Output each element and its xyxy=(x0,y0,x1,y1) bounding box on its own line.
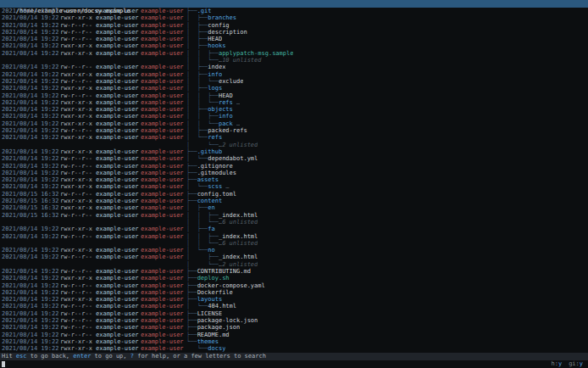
entry-name[interactable]: Dockerfile xyxy=(197,289,233,296)
entry-name[interactable]: config.toml xyxy=(197,191,236,198)
entry-name[interactable]: applypatch-msg.sample xyxy=(219,50,294,57)
entry-name[interactable]: 404.html xyxy=(208,303,236,309)
entry-name[interactable]: _index.html xyxy=(219,212,258,219)
entry-name[interactable]: objects xyxy=(208,106,233,113)
entry-name[interactable]: exclude xyxy=(219,78,244,85)
tree-row[interactable]: │ │ └──…6 unlisted xyxy=(0,219,588,226)
entry-name[interactable]: HEAD xyxy=(219,92,233,99)
tree-row[interactable]: 2021/08/14 19:22rwxr-xr-xexample-userexa… xyxy=(0,247,588,254)
entry-name[interactable]: description xyxy=(208,29,247,36)
tree-row[interactable]: 2021/08/14 19:22rwxr-xr-xexample-userexa… xyxy=(0,42,588,49)
entry-name[interactable]: _index.html xyxy=(219,254,258,260)
entry-name[interactable]: …2 unlisted xyxy=(219,142,258,148)
tree-row[interactable]: 2021/08/15 16:32rw-r--r--example-userexa… xyxy=(0,191,588,198)
entry-name[interactable]: themes xyxy=(197,338,219,345)
tree-row[interactable]: 2021/08/14 19:22rw-r--r--example-userexa… xyxy=(0,170,588,176)
entry-name[interactable]: config xyxy=(208,22,229,29)
entry-name[interactable]: scss xyxy=(208,183,222,190)
entry-name[interactable]: dependabot.yml xyxy=(208,155,258,162)
tree-row[interactable]: 2021/08/14 19:22rw-r--r--example-userexa… xyxy=(0,92,588,99)
tree-row[interactable]: 2021/08/14 19:22rw-r--r--example-userexa… xyxy=(0,29,588,36)
tree-row[interactable]: 2021/08/14 19:22rw-r--r--example-userexa… xyxy=(0,254,588,260)
entry-name[interactable]: refs xyxy=(219,99,233,106)
tree-row[interactable]: 2021/08/14 19:22rw-r--r--example-userexa… xyxy=(0,310,588,317)
entry-name[interactable]: README.md xyxy=(197,332,230,338)
tree-row[interactable]: 2021/08/14 19:22rwxr-xr-xexample-userexa… xyxy=(0,8,588,14)
tree-row[interactable]: │ └──…2 unlisted xyxy=(0,142,588,148)
entry-name[interactable]: HEAD xyxy=(208,36,222,42)
tree-row[interactable]: 2021/08/14 19:22rwxr-xr-xexample-userexa… xyxy=(0,275,588,282)
entry-name[interactable]: info xyxy=(208,71,222,78)
tree-row[interactable]: 2021/08/14 19:22rwxr-xr-xexample-userexa… xyxy=(0,71,588,78)
entry-name[interactable]: .gitmodules xyxy=(197,170,236,176)
entry-name[interactable]: logs xyxy=(208,85,222,92)
entry-name[interactable]: content xyxy=(197,198,223,204)
tree-row[interactable]: 2021/08/14 19:22rw-r--r--example-userexa… xyxy=(0,268,588,275)
tree-row[interactable]: 2021/08/14 19:22rwxr-xr-xexample-userexa… xyxy=(0,134,588,141)
entry-name[interactable]: assets xyxy=(197,176,219,183)
entry-name[interactable]: pack xyxy=(219,120,233,127)
entry-name[interactable]: _index.html xyxy=(219,233,258,240)
tree-row[interactable]: 2021/08/14 19:22rwxr-xr-xexample-userexa… xyxy=(0,99,588,106)
flag-h[interactable]: h:y xyxy=(551,360,562,367)
tree-row[interactable]: 2021/08/14 19:22rw-r--r--example-userexa… xyxy=(0,78,588,85)
entry-name[interactable]: docker-compose.yaml xyxy=(197,282,265,289)
entry-name[interactable]: no xyxy=(208,247,214,254)
flag-gi[interactable]: gi:y xyxy=(569,360,583,367)
tree-row[interactable]: 2021/08/14 19:22rwxr-xr-xexample-userexa… xyxy=(0,120,588,127)
tree-row[interactable]: 2021/08/14 19:22rwxr-xr-xexample-userexa… xyxy=(0,85,588,92)
tree-row[interactable]: 2021/08/14 19:22rwxr-xr-xexample-userexa… xyxy=(0,296,588,303)
tree-row[interactable]: 2021/08/14 19:22rwxr-xr-xexample-userexa… xyxy=(0,183,588,190)
entry-name[interactable]: …6 unlisted xyxy=(219,240,258,247)
tree-row[interactable]: 2021/08/14 19:22rw-r--r--example-userexa… xyxy=(0,317,588,324)
tree-row[interactable]: 2021/08/14 19:22rw-r--r--example-userexa… xyxy=(0,303,588,309)
tree-row[interactable]: 2021/08/14 19:22rw-r--r--example-userexa… xyxy=(0,22,588,29)
tree-row[interactable]: 2021/08/14 19:22rwxr-xr-xexample-userexa… xyxy=(0,106,588,113)
tree-row[interactable]: 2021/08/14 19:22rwxr-xr-xexample-userexa… xyxy=(0,50,588,57)
entry-name[interactable]: package.json xyxy=(197,324,241,331)
tree-row[interactable]: 2021/08/15 16:32rwxr-xr-xexample-userexa… xyxy=(0,204,588,211)
entry-name[interactable]: branches xyxy=(208,14,236,21)
entry-name[interactable]: CONTRIBUTING.md xyxy=(197,268,251,275)
tree-row[interactable]: 2021/08/14 19:22rw-r--r--example-userexa… xyxy=(0,155,588,162)
search-input-line[interactable]: h:ygi:y xyxy=(0,360,588,368)
entry-name[interactable]: …10 unlisted xyxy=(219,57,262,64)
entry-name[interactable]: index xyxy=(208,64,225,70)
entry-name[interactable]: packed-refs xyxy=(208,127,247,134)
tree-row[interactable]: 2021/08/14 19:22rw-r--r--example-userexa… xyxy=(0,289,588,296)
entry-name[interactable]: .gitignore xyxy=(197,163,233,170)
entry-name[interactable]: …2 unlisted xyxy=(219,261,258,268)
entry-name[interactable]: package-lock.json xyxy=(197,317,258,324)
tree-row[interactable]: 2021/08/14 19:22rwxr-xr-xexample-userexa… xyxy=(0,338,588,345)
tree-row[interactable]: │ │ └──…10 unlisted xyxy=(0,57,588,64)
tree-row[interactable]: 2021/08/15 16:32rwxr-xr-xexample-userexa… xyxy=(0,198,588,204)
entry-name[interactable]: LICENSE xyxy=(197,310,223,317)
entry-name[interactable]: layouts xyxy=(197,296,223,303)
tree-row[interactable]: 2021/08/14 19:22rw-r--r--example-userexa… xyxy=(0,163,588,170)
tree-row[interactable]: 2021/08/14 19:22rw-r--r--example-userexa… xyxy=(0,64,588,70)
entry-name[interactable]: .git xyxy=(197,8,212,14)
entry-name[interactable]: fa xyxy=(208,226,214,232)
tree-row[interactable]: 2021/08/14 19:22rwxr-xr-xexample-userexa… xyxy=(0,113,588,120)
entry-name[interactable]: refs xyxy=(208,134,222,141)
search-input[interactable] xyxy=(2,360,5,367)
tree-row[interactable]: 2021/08/14 19:22rwxr-xr-xexample-userexa… xyxy=(0,226,588,232)
tree-row[interactable]: 2021/08/14 19:22rw-r--r--example-userexa… xyxy=(0,233,588,240)
tree-row[interactable]: 2021/08/14 19:22rw-r--r--example-userexa… xyxy=(0,324,588,331)
tree-row[interactable]: 2021/08/14 19:22rwxr-xr-xexample-userexa… xyxy=(0,14,588,21)
tree-row[interactable]: 2021/08/15 16:32rw-r--r--example-userexa… xyxy=(0,212,588,219)
entry-name[interactable]: hooks xyxy=(208,42,225,49)
entry-name[interactable]: …6 unlisted xyxy=(219,219,258,226)
tree-row[interactable]: 2021/08/14 19:22rw-r--r--example-userexa… xyxy=(0,332,588,338)
tree-row[interactable]: │ │ └──…6 unlisted xyxy=(0,240,588,247)
entry-name[interactable]: docsy xyxy=(208,345,225,352)
tree-row[interactable]: │ └──…2 unlisted xyxy=(0,261,588,268)
tree-row[interactable]: 2021/08/14 19:22rw-r--r--example-userexa… xyxy=(0,127,588,134)
entry-name[interactable]: .github xyxy=(197,148,223,155)
entry-name[interactable]: en xyxy=(208,204,214,211)
tree-row[interactable]: 2021/08/14 19:22rwxr-xr-xexample-userexa… xyxy=(0,176,588,183)
root-path-line[interactable]: /home/example-user/docsy-example xyxy=(0,0,588,8)
tree-row[interactable]: 2021/08/14 19:22rwxr-xr-xexample-userexa… xyxy=(0,345,588,352)
tree-row[interactable]: 2021/08/14 19:22rw-r--r--example-userexa… xyxy=(0,36,588,42)
entry-name[interactable]: info xyxy=(219,113,233,120)
